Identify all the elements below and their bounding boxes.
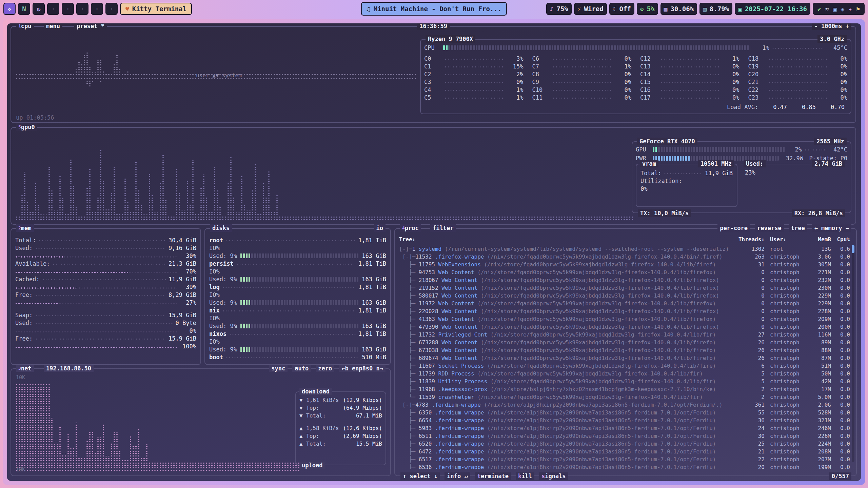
- process-row[interactable]: ├─ 479390 Web Content (/nix/store/fqadd0…: [399, 323, 851, 331]
- graph-column: [287, 74, 289, 76]
- workspace-5[interactable]: ·: [62, 3, 74, 15]
- graph-column: [303, 78, 305, 80]
- graph-column: [598, 216, 601, 221]
- net-toggle-zero[interactable]: zero: [316, 365, 334, 372]
- tray-widget-icon[interactable]: ◈: [841, 5, 844, 13]
- process-row[interactable]: ├─ 11839 Utility Process (/nix/store/fqa…: [399, 378, 851, 385]
- process-row[interactable]: ├─ 673038 Web Content (/nix/store/fqadd0…: [399, 346, 851, 354]
- process-row[interactable]: [-]─4783 .ferdium-wrappe (/nix/store/a1p…: [399, 401, 851, 409]
- power-profile-widget[interactable]: ⚡Wired: [574, 3, 607, 15]
- process-args: (/nix/store/a1pj8hxirp2y2090nbwa7api3asi…: [487, 433, 716, 439]
- cpu-usage-widget[interactable]: ⚙5%: [637, 3, 658, 15]
- workspace-7[interactable]: ·: [91, 3, 103, 15]
- toggle-per-core[interactable]: per-core: [717, 224, 750, 232]
- graph-column: [88, 67, 91, 76]
- memory-usage-widget[interactable]: ▦30.06%: [660, 3, 697, 15]
- workspace-3[interactable]: ↻: [33, 3, 45, 15]
- window-title[interactable]: ♥Kitty Terminal: [120, 3, 192, 15]
- process-threads: 6: [734, 363, 765, 369]
- process-row[interactable]: ├─ 5983 .ferdium-wrappe (/nix/store/a1pj…: [399, 424, 851, 432]
- graph-column: [371, 78, 373, 80]
- process-threads: 1302: [734, 246, 765, 252]
- process-row[interactable]: ├─ 580017 Web Content (/nix/store/fqadd0…: [399, 292, 851, 300]
- process-row[interactable]: ├─ 6520 .ferdium-wrappe (/nix/store/a1pj…: [399, 440, 851, 448]
- process-row[interactable]: ├─ 11739 RDD Process (/nix/store/fqadd0b…: [399, 370, 851, 378]
- process-row[interactable]: ├─ 6472 .ferdium-wrappe (/nix/store/a1pj…: [399, 448, 851, 455]
- workspace-8[interactable]: ·: [105, 3, 118, 15]
- process-row[interactable]: ├─ 41363 Web Content (/nix/store/fqadd0b…: [399, 315, 851, 323]
- process-row[interactable]: ├─ 11972 Web Content (/nix/store/fqadd0b…: [399, 300, 851, 307]
- scrollbar-thumb[interactable]: [852, 245, 854, 253]
- process-row[interactable]: [-]─11532 .firefox-wrappe (/nix/store/fq…: [399, 253, 851, 261]
- process-row[interactable]: ├─ 11795 WebExtensions (/nix/store/fqadd…: [399, 261, 851, 268]
- footer---select--[interactable]: ↑ select ↓: [400, 472, 440, 480]
- preset-button[interactable]: preset *: [74, 23, 107, 30]
- column-tree[interactable]: Tree:: [399, 236, 734, 243]
- process-row[interactable]: ├─ 220028 Web Content (/nix/store/fqadd0…: [399, 307, 851, 315]
- column-cpu[interactable]: Cpu%: [831, 236, 851, 243]
- graph-column: [308, 74, 311, 76]
- footer-kill[interactable]: kill: [516, 472, 534, 480]
- column-user[interactable]: User:: [765, 236, 807, 243]
- graph-column: [216, 462, 219, 471]
- net-toggle-auto[interactable]: auto: [292, 365, 311, 372]
- process-row[interactable]: ├─ 94753 Web Content (/nix/store/fqadd0b…: [399, 268, 851, 276]
- clock-widget[interactable]: ▣2025-07-22 16:36: [735, 3, 810, 15]
- process-row[interactable]: ├─ 11732 Privileged Cont (/nix/store/fqa…: [399, 331, 851, 339]
- io-mode-toggle[interactable]: io: [374, 224, 386, 232]
- graph-column: [368, 78, 371, 80]
- tray-display-icon[interactable]: ▣: [833, 5, 837, 13]
- gpu-rx-label: RX:: [794, 210, 805, 217]
- tray-bell-icon[interactable]: ⚑: [856, 5, 860, 13]
- process-row[interactable]: ├─ 6654 .ferdium-wrappe (/nix/store/a1pj…: [399, 416, 851, 424]
- process-row[interactable]: ├─ 11607 Socket Process (/nix/store/fqad…: [399, 362, 851, 370]
- volume-widget[interactable]: ♪75%: [546, 3, 571, 15]
- graph-column: [362, 78, 365, 80]
- core-id: C16: [640, 86, 658, 93]
- process-row[interactable]: ├─ 6350 .ferdium-wrappe (/nix/store/a1pj…: [399, 409, 851, 416]
- process-row[interactable]: ├─ 6517 .ferdium-wrappe (/nix/store/a1pj…: [399, 455, 851, 463]
- footer-signals[interactable]: signals: [539, 472, 568, 480]
- toggle-reverse[interactable]: reverse: [755, 224, 784, 232]
- menu-button[interactable]: menu: [44, 23, 62, 30]
- sort-column-selector[interactable]: ← memory →: [812, 224, 851, 232]
- process-row[interactable]: ├─ 6536 .ferdium-wrappe (/nix/store/a1pj…: [399, 463, 851, 469]
- process-threads: 0: [734, 277, 765, 283]
- workspace-2-neovim[interactable]: N: [18, 3, 30, 15]
- graph-column: [246, 210, 249, 221]
- process-row[interactable]: ├─ 673288 Web Content (/nix/store/fqadd0…: [399, 339, 851, 346]
- core-id: C8: [532, 71, 550, 78]
- process-row[interactable]: ├─ 6511 .ferdium-wrappe (/nix/store/a1pj…: [399, 432, 851, 440]
- media-widget[interactable]: ♫ Minuit Machine - Don't Run Fro...: [361, 2, 507, 16]
- workspace-6[interactable]: ·: [76, 3, 88, 15]
- tray-check-icon[interactable]: ✔: [817, 5, 821, 13]
- toggle-tree[interactable]: tree: [789, 224, 807, 232]
- process-row[interactable]: ├─ 219152 Web Content (/nix/store/fqadd0…: [399, 284, 851, 292]
- update-interval-control[interactable]: - 1000ms +: [812, 23, 851, 30]
- memory-meter: [15, 300, 177, 305]
- process-pid: 6536: [419, 464, 435, 469]
- column-memory[interactable]: MemB: [807, 236, 831, 243]
- graph-column: [45, 215, 48, 221]
- graph-column: [395, 74, 398, 76]
- process-scrollbar[interactable]: [852, 245, 854, 462]
- net-toggle-sync[interactable]: sync: [269, 365, 288, 372]
- filter-button[interactable]: filter: [430, 224, 456, 232]
- footer-info--[interactable]: info ↵: [445, 472, 470, 480]
- idle-inhibitor-widget[interactable]: ☾Off: [609, 3, 634, 15]
- workspace-1[interactable]: ❖: [3, 3, 16, 15]
- workspace-4[interactable]: ·: [47, 3, 59, 15]
- disk-usage-widget[interactable]: ▤8.79%: [699, 3, 732, 15]
- process-cpu: 0.6: [831, 246, 851, 252]
- column-threads[interactable]: Threads:: [734, 236, 765, 243]
- process-row[interactable]: ├─ 689674 Web Content (/nix/store/fqadd0…: [399, 354, 851, 362]
- footer-terminate[interactable]: terminate: [475, 472, 511, 480]
- tray-wave-icon[interactable]: ≈: [825, 5, 829, 13]
- process-row[interactable]: └─ 11539 crashhelper (/nix/store/fqadd0b…: [399, 393, 851, 401]
- cpu-model-label: Ryzen 9 7900X: [426, 35, 475, 43]
- net-toggle--b-enp8s0-n-[interactable]: ←b enp8s0 n→: [339, 365, 386, 372]
- tray-app-icon[interactable]: ✦: [848, 5, 852, 13]
- process-row[interactable]: ├─ 11968 .keepassxc-prox (/nix/store/bsl…: [399, 385, 851, 393]
- process-row[interactable]: ├─ 218067 Web Content (/nix/store/fqadd0…: [399, 276, 851, 284]
- process-row[interactable]: [-]─1 systemd (/run/current-system/syste…: [399, 245, 851, 253]
